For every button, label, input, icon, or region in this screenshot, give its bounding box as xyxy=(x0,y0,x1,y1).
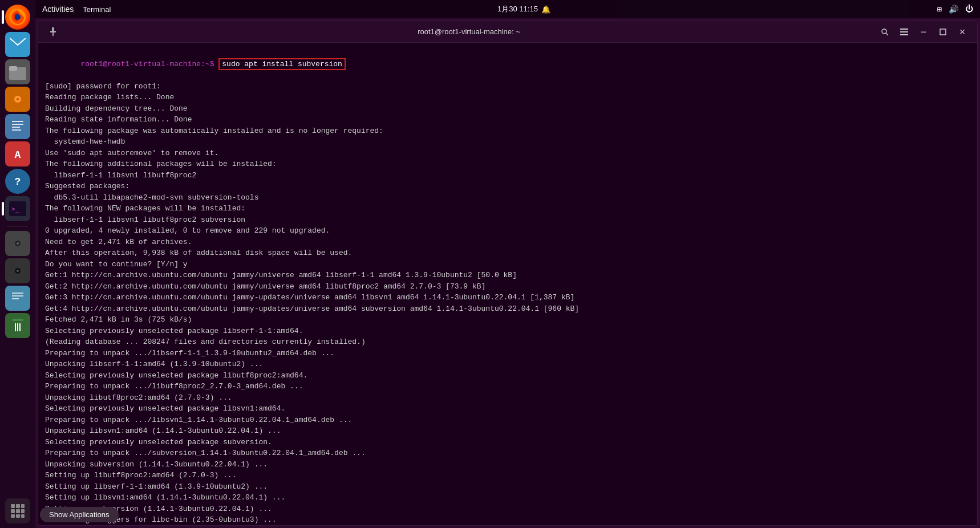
svg-point-1 xyxy=(15,14,21,20)
terminal-line-15: Need to get 2,471 kB of archives. xyxy=(45,237,970,248)
terminal-line-20: Get:3 http://cn.archive.ubuntu.com/ubunt… xyxy=(45,292,970,303)
terminal-close-button[interactable]: × xyxy=(954,24,970,40)
dock-item-notepad[interactable] xyxy=(5,286,30,311)
terminal-line-3: Building dependency tree... Done xyxy=(45,103,970,115)
svg-rect-27 xyxy=(12,295,23,297)
svg-point-21 xyxy=(17,242,19,245)
terminal-body[interactable]: root1@root1-virtual-machine:~$ sudo apt … xyxy=(38,43,977,525)
topbar-left: Activities Terminal xyxy=(42,5,111,14)
terminal-line-9: libserf-1-1 libsvn1 libutf8proc2 xyxy=(45,170,970,181)
svg-rect-9 xyxy=(12,121,23,122)
dock-item-help[interactable]: ? xyxy=(5,169,30,194)
svg-rect-34 xyxy=(11,504,15,508)
terminal-maximize-button[interactable] xyxy=(935,24,951,40)
svg-rect-10 xyxy=(12,124,23,125)
terminal-line-12: The following NEW packages will be insta… xyxy=(45,203,970,214)
terminal-pin-icon xyxy=(45,24,61,40)
topbar: Activities Terminal 1月30 11:15 🔔 ⊞ 🔊 ⏻ xyxy=(35,0,980,18)
terminal-line-32: Unpacking libsvn1:amd64 (1.14.1-3ubuntu0… xyxy=(45,425,970,437)
terminal-line-25: Preparing to unpack .../libserf-1-1_1.3.… xyxy=(45,348,970,359)
svg-rect-50 xyxy=(900,34,908,35)
dock-item-firefox[interactable] xyxy=(5,5,30,30)
topbar-datetime: 1月30 11:15 🔔 xyxy=(497,4,550,14)
dock-item-disc2[interactable] xyxy=(5,258,30,283)
svg-rect-11 xyxy=(12,127,20,128)
terminal-line-18: Get:1 http://cn.archive.ubuntu.com/ubunt… xyxy=(45,270,970,281)
svg-rect-44 xyxy=(50,31,56,33)
dock-item-writer[interactable] xyxy=(5,114,30,139)
terminal-line-39: Setting up subversion (1.14.1-3ubuntu0.2… xyxy=(45,503,970,515)
topbar-right: ⊞ 🔊 ⏻ xyxy=(937,5,973,14)
terminal-line-34: Preparing to unpack .../subversion_1.14.… xyxy=(45,448,970,459)
term-command-highlighted: sudo apt install subversion xyxy=(218,58,346,70)
svg-text:?: ? xyxy=(15,176,21,188)
svg-rect-42 xyxy=(21,514,25,518)
svg-text:A: A xyxy=(15,149,21,161)
dock-separator xyxy=(7,226,28,226)
main-content: root1@root1-virtual-machine: ~ − xyxy=(35,18,980,528)
dock-item-disc[interactable] xyxy=(5,231,30,256)
term-prompt-0: root1@root1-virtual-machine:~$ xyxy=(80,60,214,68)
dock-item-terminal[interactable]: >_ xyxy=(5,196,30,221)
volume-icon[interactable]: 🔊 xyxy=(949,5,958,14)
power-icon[interactable]: ⏻ xyxy=(965,5,973,14)
terminal-line-38: Setting up libsvn1:amd64 (1.14.1-3ubuntu… xyxy=(45,492,970,503)
terminal-line-27: Selecting previously unselected package … xyxy=(45,370,970,381)
terminal-line-37: Setting up libserf-1-1:amd64 (1.3.9-10ub… xyxy=(45,481,970,493)
dock-item-files[interactable] xyxy=(5,59,30,84)
show-applications-button[interactable]: Show Applications xyxy=(40,507,119,522)
svg-rect-41 xyxy=(16,514,20,518)
activities-label[interactable]: Activities xyxy=(42,5,74,14)
svg-rect-4 xyxy=(9,66,17,71)
datetime-text: 1月30 11:15 xyxy=(497,4,538,14)
terminal-titlebar: root1@root1-virtual-machine: ~ − xyxy=(38,21,977,43)
terminal-line-6: systemd-hwe-hwdb xyxy=(45,136,970,148)
terminal-line-0: root1@root1-virtual-machine:~$ sudo apt … xyxy=(45,47,970,81)
show-applications-area: Show Applications xyxy=(35,507,119,522)
terminal-line-5: The following package was automatically … xyxy=(45,125,970,137)
terminal-line-2: Reading package lists... Done xyxy=(45,92,970,103)
terminal-line-28: Preparing to unpack .../libutf8proc2_2.7… xyxy=(45,381,970,392)
network-icon[interactable]: ⊞ xyxy=(937,5,942,14)
svg-rect-12 xyxy=(12,129,21,131)
terminal-line-31: Preparing to unpack .../libsvn1_1.14.1-3… xyxy=(45,415,970,426)
terminal-line-14: 0 upgraded, 4 newly installed, 0 to remo… xyxy=(45,225,970,237)
svg-rect-48 xyxy=(900,29,908,30)
terminal-line-11: db5.3-util libapache2-mod-svn subversion… xyxy=(45,192,970,204)
terminal-menu-button[interactable] xyxy=(896,24,912,40)
svg-rect-45 xyxy=(52,33,54,36)
svg-point-24 xyxy=(17,270,19,272)
terminal-search-button[interactable] xyxy=(877,24,893,40)
svg-rect-51 xyxy=(940,29,946,35)
dock-item-email[interactable] xyxy=(5,32,30,57)
terminal-line-36: Setting up libutf8proc2:amd64 (2.7.0-3) … xyxy=(45,470,970,481)
dock-item-recycle[interactable] xyxy=(5,313,30,338)
terminal-line-8: The following additional packages will b… xyxy=(45,159,970,170)
svg-rect-40 xyxy=(11,514,15,518)
svg-rect-28 xyxy=(12,298,19,299)
terminal-line-16: After this operation, 9,938 kB of additi… xyxy=(45,247,970,259)
terminal-line-17: Do you want to continue? [Y/n] y xyxy=(45,259,970,270)
svg-rect-36 xyxy=(21,504,25,508)
dock-item-appstore[interactable]: A xyxy=(5,141,30,166)
terminal-line-23: Selecting previously unselected package … xyxy=(45,326,970,337)
svg-line-47 xyxy=(886,33,888,35)
terminal-line-30: Selecting previously unselected package … xyxy=(45,403,970,415)
svg-rect-38 xyxy=(16,509,20,513)
terminal-line-26: Unpacking libserf-1-1:amd64 (1.3.9-10ubu… xyxy=(45,359,970,370)
terminal-line-40: Processing triggers for libc-bin (2.35-0… xyxy=(45,514,970,525)
dock-item-show-apps[interactable] xyxy=(5,498,30,523)
svg-rect-39 xyxy=(21,509,25,513)
svg-text:>_: >_ xyxy=(11,205,19,213)
terminal-line-19: Get:2 http://cn.archive.ubuntu.com/ubunt… xyxy=(45,281,970,293)
terminal-controls: − × xyxy=(877,24,970,40)
dock: A ? >_ xyxy=(0,0,35,528)
terminal-line-10: Suggested packages: xyxy=(45,181,970,192)
terminal-minimize-button[interactable]: − xyxy=(916,24,932,40)
terminal-line-13: libserf-1-1 libsvn1 libutf8proc2 subvers… xyxy=(45,214,970,226)
dock-item-music[interactable] xyxy=(5,87,30,112)
terminal-line-33: Selecting previously unselected package … xyxy=(45,437,970,448)
terminal-line-7: Use 'sudo apt autoremove' to remove it. xyxy=(45,148,970,159)
topbar-app-name: Terminal xyxy=(83,5,111,14)
terminal-line-29: Unpacking libutf8proc2:amd64 (2.7.0-3) .… xyxy=(45,392,970,404)
